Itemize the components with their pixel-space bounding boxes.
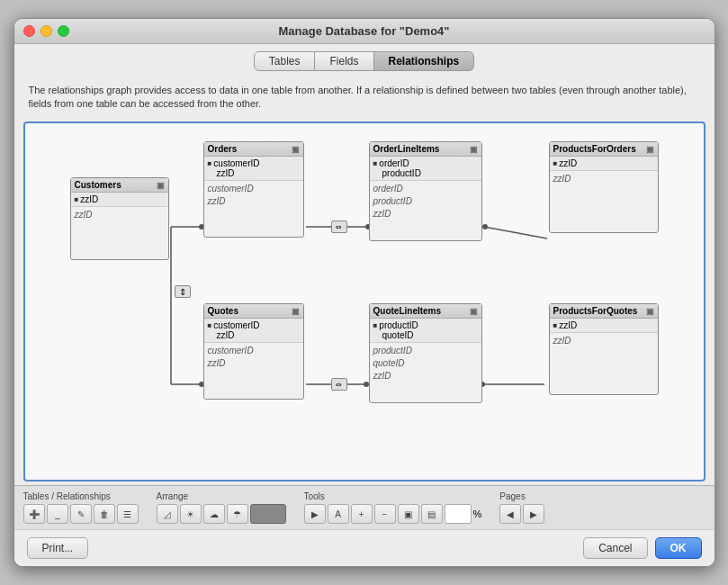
- table-quotes[interactable]: Quotes ▣ ■ customerID zzID customerID zz…: [203, 303, 304, 400]
- table-orders-name: Orders: [208, 144, 238, 154]
- key-row: ■ zzID: [553, 158, 654, 168]
- table-orders-header: Orders ▣: [204, 142, 303, 157]
- minimize-button[interactable]: [40, 25, 52, 37]
- tables-relationships-label: Tables / Relationships: [23, 491, 139, 501]
- add-table-button[interactable]: ➕: [23, 504, 45, 524]
- table-customers-fields: zzID: [71, 207, 168, 259]
- table-productsforquotes-name: ProductsForQuotes: [553, 306, 638, 316]
- zoom-input[interactable]: 100: [445, 504, 472, 524]
- table-orders[interactable]: Orders ▣ ■ customerID zzID customerID zz…: [203, 141, 304, 238]
- table-productsforquotes-keys: ■ zzID: [550, 319, 658, 333]
- table-orderlineitems[interactable]: OrderLineItems ▣ ■ orderID productID ord…: [369, 141, 482, 241]
- section-pages: Pages ◀ ▶: [499, 491, 544, 524]
- tables-relationships-buttons: ➕ ⎯ ✎ 🗑 ☰: [23, 504, 139, 524]
- table-productsfororders-keys: ■ zzID: [550, 157, 658, 171]
- table-productsfororders-name: ProductsForOrders: [553, 144, 636, 154]
- key-row: ■ productID: [373, 320, 478, 330]
- table-icon: ▣: [157, 181, 165, 190]
- table-customers-keys: ■ zzID: [71, 193, 168, 207]
- arrange-color[interactable]: [250, 504, 286, 524]
- tab-relationships[interactable]: Relationships: [374, 51, 475, 71]
- add-relationship-button[interactable]: ⎯: [47, 504, 68, 524]
- arrange-buttons: ◿ ☀ ☁ ☂: [157, 504, 286, 524]
- zoom-unit: %: [473, 508, 482, 519]
- footer-bar: Print... Cancel OK: [14, 529, 715, 566]
- cancel-button[interactable]: Cancel: [583, 537, 647, 559]
- table-productsfororders-fields: zzID: [550, 171, 658, 232]
- table-quotes-name: Quotes: [208, 306, 238, 316]
- fit-tool[interactable]: ▣: [398, 504, 419, 524]
- table-icon: ▣: [292, 307, 300, 316]
- window-title: Manage Database for "Demo4": [278, 24, 449, 38]
- key-row: quoteID: [373, 330, 478, 340]
- key-row: productID: [373, 168, 478, 178]
- table-orderlineitems-keys: ■ orderID productID: [370, 157, 481, 181]
- tools-buttons: ▶ A + − ▣ ▤ 100 %: [304, 504, 482, 524]
- table-orders-fields: customerID zzID: [204, 181, 303, 237]
- svg-line-4: [484, 227, 547, 238]
- table-productsforquotes-fields: zzID: [550, 333, 658, 394]
- arrange-btn-4[interactable]: ☂: [227, 504, 248, 524]
- table-icon: ▣: [646, 307, 654, 316]
- zoom-in-tool[interactable]: +: [351, 504, 373, 524]
- connector-box-2: ⇔: [331, 220, 347, 233]
- text-tool[interactable]: A: [328, 504, 349, 524]
- page-tool[interactable]: ▤: [421, 504, 443, 524]
- table-productsforquotes-header: ProductsForQuotes ▣: [550, 304, 658, 319]
- print-button[interactable]: Print...: [27, 537, 89, 559]
- key-row: ■ zzID: [75, 194, 165, 204]
- description-text: The relationships graph provides access …: [14, 76, 715, 119]
- main-window: Manage Database for "Demo4" Tables Field…: [13, 18, 715, 568]
- maximize-button[interactable]: [58, 25, 69, 37]
- prev-page-button[interactable]: ◀: [499, 504, 521, 524]
- zoom-out-tool[interactable]: −: [374, 504, 396, 524]
- table-icon: ▣: [292, 145, 300, 154]
- relationships-canvas: ⇕ ⇔ ⇔ ⇔ ⇔ Customers ▣ ■ zzID zzID: [23, 122, 706, 482]
- key-row: ■ customerID: [208, 320, 300, 330]
- table-quotes-keys: ■ customerID zzID: [204, 319, 303, 343]
- pointer-tool[interactable]: ▶: [304, 504, 326, 524]
- connector-box-1: ⇕: [175, 285, 191, 298]
- table-orderlineitems-fields: orderID productID zzID: [370, 181, 481, 240]
- table-orderlineitems-header: OrderLineItems ▣: [370, 142, 481, 157]
- arrange-btn-1[interactable]: ◿: [157, 504, 178, 524]
- table-quotelineitems-keys: ■ productID quoteID: [370, 319, 481, 343]
- svg-point-11: [364, 382, 369, 387]
- traffic-lights: [23, 25, 69, 37]
- table-icon: ▣: [470, 307, 478, 316]
- section-arrange: Arrange ◿ ☀ ☁ ☂: [157, 491, 286, 524]
- pages-label: Pages: [499, 491, 544, 501]
- arrange-btn-3[interactable]: ☁: [203, 504, 225, 524]
- key-row: zzID: [208, 330, 300, 340]
- tab-fields[interactable]: Fields: [315, 51, 373, 71]
- table-quotelineitems-header: QuoteLineItems ▣: [370, 304, 481, 319]
- edit-button[interactable]: ✎: [70, 504, 92, 524]
- list-button[interactable]: ☰: [117, 504, 139, 524]
- pages-buttons: ◀ ▶: [499, 504, 544, 524]
- table-customers[interactable]: Customers ▣ ■ zzID zzID: [70, 177, 169, 260]
- table-productsfororders[interactable]: ProductsForOrders ▣ ■ zzID zzID: [549, 141, 659, 233]
- tools-label: Tools: [304, 491, 482, 501]
- connector-box-4: ⇔: [331, 378, 347, 391]
- key-row: ■ customerID: [208, 158, 300, 168]
- ok-button[interactable]: OK: [655, 537, 702, 559]
- tab-bar: Tables Fields Relationships: [14, 44, 715, 76]
- table-quotelineitems[interactable]: QuoteLineItems ▣ ■ productID quoteID pro…: [369, 303, 482, 403]
- key-row: zzID: [208, 168, 300, 178]
- table-quotes-fields: customerID zzID: [204, 343, 303, 399]
- delete-button[interactable]: 🗑: [94, 504, 115, 524]
- table-orders-keys: ■ customerID zzID: [204, 157, 303, 181]
- tab-tables[interactable]: Tables: [254, 51, 316, 71]
- table-quotes-header: Quotes ▣: [204, 304, 303, 319]
- table-customers-name: Customers: [75, 180, 121, 190]
- section-tables-relationships: Tables / Relationships ➕ ⎯ ✎ 🗑 ☰: [23, 491, 139, 524]
- arrange-btn-2[interactable]: ☀: [180, 504, 202, 524]
- table-orderlineitems-name: OrderLineItems: [373, 144, 440, 154]
- table-icon: ▣: [646, 145, 654, 154]
- table-customers-header: Customers ▣: [71, 178, 168, 193]
- titlebar: Manage Database for "Demo4": [14, 19, 715, 44]
- table-productsforquotes[interactable]: ProductsForQuotes ▣ ■ zzID zzID: [549, 303, 659, 395]
- key-zzid: zzID: [80, 194, 98, 204]
- next-page-button[interactable]: ▶: [523, 504, 544, 524]
- close-button[interactable]: [23, 25, 35, 37]
